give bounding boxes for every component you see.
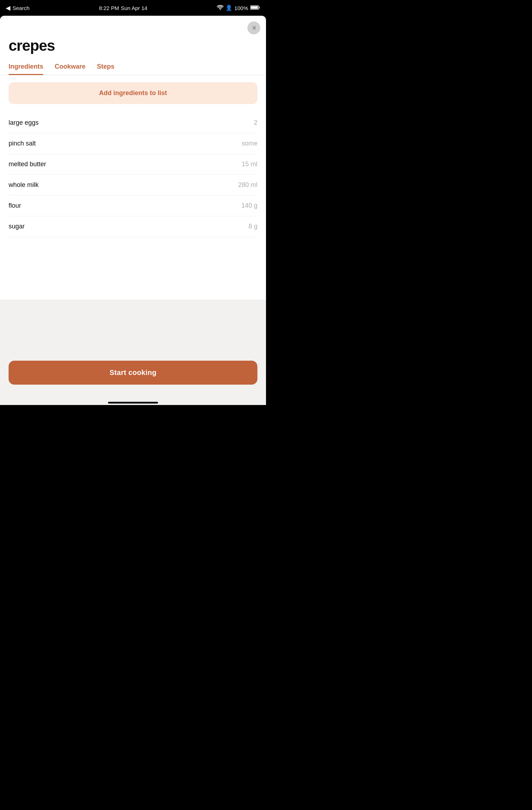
ingredient-name: large eggs <box>9 119 39 127</box>
close-icon: ✕ <box>252 25 256 31</box>
date-label: Sun Apr 14 <box>121 5 147 11</box>
ingredient-row: melted butter 15 ml <box>9 154 257 175</box>
status-bar-left: ◀ Search <box>6 4 30 12</box>
svg-rect-2 <box>259 6 260 8</box>
ingredients-panel: Add ingredients to list large eggs 2 pin… <box>0 75 266 300</box>
ingredient-name: whole milk <box>9 181 39 189</box>
content-body <box>0 300 266 355</box>
wifi-icon <box>217 5 223 11</box>
battery-icon <box>250 5 260 11</box>
tab-ingredients[interactable]: Ingredients <box>9 63 43 75</box>
add-ingredients-button[interactable]: Add ingredients to list <box>9 82 257 104</box>
ingredient-amount: some <box>242 140 257 147</box>
ingredient-amount: 15 ml <box>242 160 257 168</box>
back-label[interactable]: Search <box>13 5 30 11</box>
ingredient-name: melted butter <box>9 160 46 168</box>
bottom-area: Start cooking <box>0 355 266 399</box>
home-indicator-bar <box>108 402 158 404</box>
tabs-container: Ingredients Cookware Steps <box>0 63 266 75</box>
ingredient-amount: 8 g <box>248 223 257 230</box>
status-bar: ◀ Search 8:22 PM Sun Apr 14 👤 100% <box>0 0 266 16</box>
person-icon: 👤 <box>226 5 232 11</box>
close-button[interactable]: ✕ <box>247 21 260 34</box>
home-indicator-area <box>0 399 266 405</box>
main-content: ✕ crepes Ingredients Cookware Steps Add … <box>0 16 266 405</box>
ingredient-row: sugar 8 g <box>9 216 257 237</box>
ingredient-row: whole milk 280 ml <box>9 175 257 196</box>
recipe-header: crepes <box>0 16 266 63</box>
tab-steps[interactable]: Steps <box>97 63 114 75</box>
time-label: 8:22 PM <box>99 5 119 11</box>
ingredient-name: sugar <box>9 223 25 230</box>
tab-cookware[interactable]: Cookware <box>55 63 85 75</box>
battery-label: 100% <box>235 5 248 11</box>
status-bar-center: 8:22 PM Sun Apr 14 <box>99 5 147 11</box>
back-arrow-icon: ◀ <box>6 4 10 12</box>
start-cooking-button[interactable]: Start cooking <box>9 361 257 385</box>
ingredient-amount: 2 <box>254 119 257 127</box>
ingredient-row: pinch salt some <box>9 133 257 154</box>
recipe-title: crepes <box>9 37 257 54</box>
svg-rect-1 <box>251 6 258 9</box>
ingredient-name: flour <box>9 202 21 209</box>
ingredient-amount: 280 ml <box>238 181 257 189</box>
status-bar-right: 👤 100% <box>217 5 260 11</box>
ingredient-row: flour 140 g <box>9 196 257 216</box>
ingredient-row: large eggs 2 <box>9 113 257 133</box>
ingredient-name: pinch salt <box>9 140 36 147</box>
ingredient-amount: 140 g <box>241 202 257 209</box>
